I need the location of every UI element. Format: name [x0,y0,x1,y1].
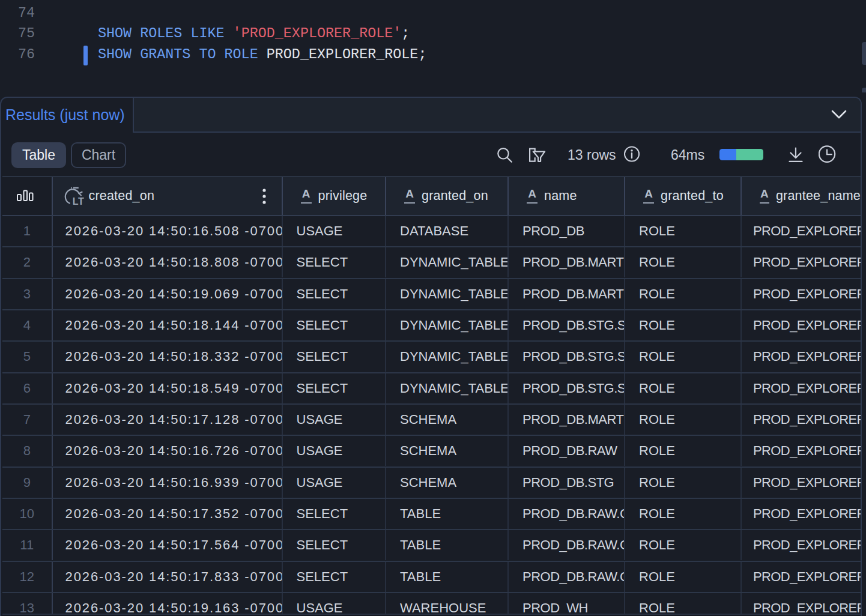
svg-text:LT: LT [72,196,83,207]
